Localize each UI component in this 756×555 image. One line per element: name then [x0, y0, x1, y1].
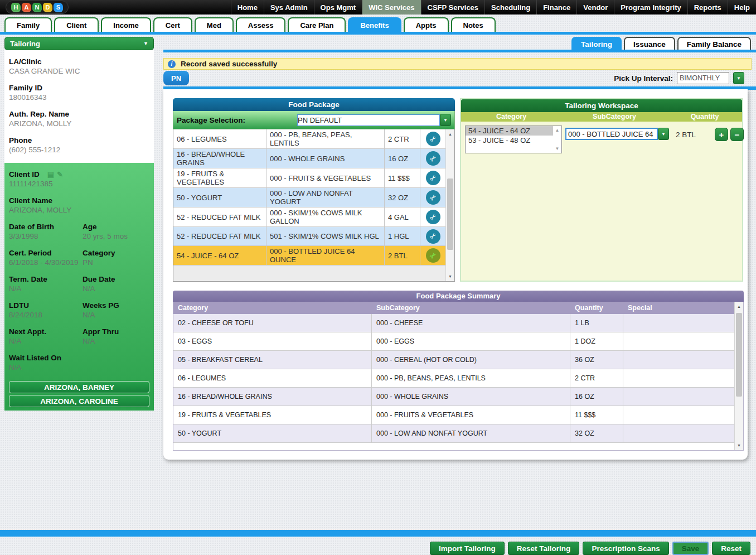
top-nav-item[interactable]: Help [728, 0, 756, 15]
workspace-category-listbox[interactable]: 54 - JUICE - 64 OZ53 - JUICE - 48 OZ ▲ ▼ [465, 126, 562, 153]
scroll-up-arrow-icon[interactable]: ▲ [446, 130, 454, 138]
pickup-interval-input[interactable] [677, 72, 729, 84]
top-nav-item[interactable]: Scheduling [484, 0, 536, 15]
category-option[interactable]: 53 - JUICE - 48 OZ [466, 136, 553, 145]
scrollbar-thumb[interactable] [736, 313, 742, 397]
top-nav-item[interactable]: Vendor [576, 0, 614, 15]
tailor-scissors-icon[interactable]: ✂ [426, 190, 440, 205]
scroll-down-arrow-icon[interactable]: ▼ [735, 441, 743, 450]
footer-button[interactable]: Import Tailoring [430, 542, 505, 555]
package-selection-input[interactable] [297, 114, 440, 126]
client-info-field: Due Date▤✎ N/A [83, 274, 149, 293]
subcategory-cell: 000 - PB, BEANS, PEAS, LENTILS [266, 129, 385, 148]
card-icon[interactable]: ▤ [47, 170, 57, 178]
scrollbar-thumb[interactable] [447, 178, 453, 250]
client-info-field: Category▤✎ PN [83, 248, 149, 267]
footer-button[interactable]: Save [672, 542, 709, 555]
pencil-icon[interactable]: ✎ [57, 170, 66, 178]
top-nav-item[interactable]: WIC Services [362, 0, 420, 15]
quantity-cell: 16 OZ [385, 149, 420, 168]
module-tab[interactable]: Family [4, 17, 52, 32]
sidebar-section-dropdown[interactable]: Tailoring ▼ [4, 37, 154, 50]
field-label: Family ID [9, 83, 149, 93]
subcategory-cell: 000 - PB, BEANS, PEAS, LENTILS [372, 369, 570, 387]
hands-logo-letter: N [32, 3, 42, 12]
view-tab[interactable]: Issuance [624, 37, 675, 50]
top-nav-item[interactable]: Ops Mgmt [314, 0, 362, 15]
module-tab[interactable]: Benefits [348, 17, 401, 32]
food-package-row[interactable]: 50 - YOGURT 000 - LOW AND NONFAT YOGURT … [173, 188, 445, 207]
top-nav-item[interactable]: CSFP Services [421, 0, 485, 15]
category-cell: 06 - LEGUMES [173, 129, 266, 148]
special-cell [623, 332, 734, 350]
category-option[interactable]: 54 - JUICE - 64 OZ [466, 126, 553, 136]
listbox-scrollbar[interactable]: ▲ ▼ [553, 126, 561, 153]
summary-rows: 02 - CHEESE OR TOFU 000 - CHEESE 1 LB 03… [173, 314, 734, 443]
category-cell: 52 - REDUCED FAT MILK [173, 207, 266, 226]
subcategory-cell: 000 - CHEESE [372, 314, 570, 332]
top-nav-item[interactable]: Reports [687, 0, 728, 15]
food-package-row[interactable]: 52 - REDUCED FAT MILK 501 - SKIM/1% COWS… [173, 227, 445, 246]
scroll-up-arrow-icon[interactable]: ▲ [555, 128, 560, 133]
category-chip-pn[interactable]: PN [163, 71, 189, 85]
client-info-field: LDTU▤✎ 8/24/2018 [9, 301, 80, 320]
field-label: Client Name▤✎ [9, 196, 149, 205]
module-tab[interactable]: Assess [236, 17, 286, 32]
subcategory-input[interactable] [565, 128, 658, 140]
category-cell: 54 - JUICE - 64 OZ [173, 246, 266, 265]
food-package-rows: 06 - LEGUMES 000 - PB, BEANS, PEAS, LENT… [173, 129, 445, 266]
top-nav-item[interactable]: Finance [536, 0, 576, 15]
food-package-row[interactable]: 19 - FRUITS & VEGETABLES 000 - FRUITS & … [173, 168, 445, 188]
action-cell: ✂ [420, 227, 445, 245]
subcategory-cell: 501 - SKIM/1% COWS MILK HGL [266, 227, 385, 245]
summary-table: Category SubCategory Quantity Special 02… [173, 302, 744, 451]
footer-button[interactable]: Prescription Scans [583, 542, 668, 555]
quantity-cell: 1 LB [570, 314, 623, 332]
module-tab[interactable]: Notes [451, 17, 496, 32]
tailor-scissors-icon[interactable]: ✂ [426, 229, 440, 244]
field-value: PN [83, 258, 149, 267]
top-nav-item[interactable]: Program Integrity [614, 0, 687, 15]
info-icon: i [168, 60, 176, 68]
quantity-cell: 36 OZ [570, 351, 623, 369]
action-cell: ✂ [420, 129, 445, 148]
food-package-scrollbar[interactable]: ▲ ▼ [445, 129, 454, 281]
workspace-body: 54 - JUICE - 64 OZ53 - JUICE - 48 OZ ▲ ▼… [461, 122, 742, 281]
scroll-up-arrow-icon[interactable]: ▲ [735, 302, 743, 311]
tailor-scissors-icon[interactable]: ✂ [426, 171, 440, 185]
tailor-scissors-icon[interactable]: ✂ [426, 132, 440, 146]
food-package-row[interactable]: 54 - JUICE - 64 OZ 000 - BOTTLED JUICE 6… [173, 246, 445, 266]
scroll-down-arrow-icon[interactable]: ▼ [555, 146, 560, 151]
module-tab[interactable]: Appts [404, 17, 449, 32]
module-tab[interactable]: Income [101, 17, 151, 32]
category-options: 54 - JUICE - 64 OZ53 - JUICE - 48 OZ [466, 126, 553, 145]
module-tab[interactable]: Care Plan [288, 17, 346, 32]
food-package-row[interactable]: 06 - LEGUMES 000 - PB, BEANS, PEAS, LENT… [173, 129, 445, 149]
subcategory-dropdown-button[interactable]: ▼ [658, 128, 669, 140]
top-nav-item[interactable]: Home [231, 0, 264, 15]
view-tab[interactable]: Family Balance [677, 37, 751, 50]
scroll-down-arrow-icon[interactable]: ▼ [446, 272, 454, 281]
footer-button[interactable]: Reset Tailoring [508, 542, 580, 555]
pickup-interval-dropdown-button[interactable]: ▼ [733, 72, 744, 84]
top-nav-item[interactable]: Sys Admin [264, 0, 314, 15]
family-member-button[interactable]: ARIZONA, BARNEY [9, 381, 149, 393]
module-tab[interactable]: Client [54, 17, 99, 32]
tailor-scissors-icon[interactable]: ✂ [426, 248, 440, 263]
food-package-row[interactable]: 16 - BREAD/WHOLE GRAINS 000 - WHOLE GRAI… [173, 149, 445, 168]
footer-button[interactable]: Reset [712, 542, 750, 555]
module-tab[interactable]: Med [195, 17, 234, 32]
food-package-row[interactable]: 52 - REDUCED FAT MILK 000 - SKIM/1% COWS… [173, 207, 445, 227]
family-member-button[interactable]: ARIZONA, CAROLINE [9, 395, 149, 407]
quantity-increase-button[interactable]: + [715, 128, 728, 141]
view-tab[interactable]: Tailoring [571, 37, 622, 50]
tailor-scissors-icon[interactable]: ✂ [426, 210, 440, 224]
summary-scrollbar[interactable]: ▲ ▼ [734, 302, 743, 450]
top-nav-items: HomeSys AdminOps MgmtWIC ServicesCSFP Se… [231, 0, 756, 15]
package-selection-dropdown-button[interactable]: ▼ [440, 114, 451, 126]
field-label: Date of Birth▤✎ [9, 222, 80, 231]
tailor-scissors-icon[interactable]: ✂ [426, 151, 440, 166]
hands-wic-screen: HANDS HomeSys AdminOps MgmtWIC ServicesC… [0, 0, 756, 555]
quantity-decrease-button[interactable]: − [730, 128, 744, 141]
module-tab[interactable]: Cert [153, 17, 192, 32]
